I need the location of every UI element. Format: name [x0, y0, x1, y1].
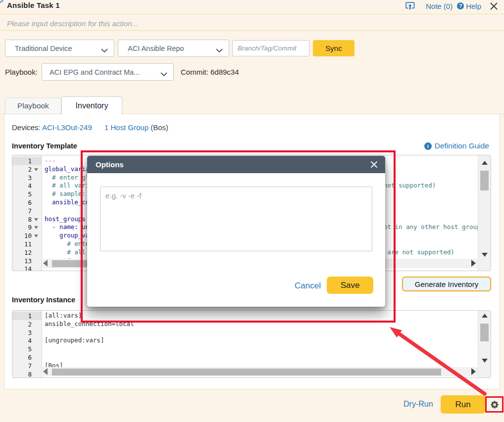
scrollbar-thumb[interactable]: [52, 369, 441, 375]
host-group-link[interactable]: 1 Host Group: [104, 123, 149, 132]
gutter-line: 7: [12, 207, 42, 215]
modal-header[interactable]: Options: [87, 156, 385, 173]
dry-run-link[interactable]: Dry-Run: [403, 400, 433, 409]
gutter-line: 1: [12, 312, 42, 320]
text-cursor: [82, 312, 83, 319]
inventory-template-title: Inventory Template: [12, 142, 77, 150]
repo-select[interactable]: ACI Ansible Repo: [118, 40, 229, 57]
gutter-line: 8: [12, 215, 42, 224]
scroll-down-icon[interactable]: [482, 253, 488, 257]
inventory-instance-title: Inventory Instance: [12, 296, 75, 304]
separator: [0, 30, 504, 31]
note-link[interactable]: Note (0): [426, 2, 453, 10]
gutter-line: 11: [12, 240, 42, 248]
gutter-line: 7: [12, 362, 42, 370]
scrollbar-thumb[interactable]: [480, 324, 489, 341]
code-line: ansible_connection=local: [45, 320, 134, 328]
separator: [0, 14, 504, 14]
playbook-select[interactable]: ACI EPG and Contract Ma...: [42, 63, 174, 81]
branch-input[interactable]: [232, 40, 309, 56]
fold-arrow-icon[interactable]: [34, 218, 38, 221]
gutter-line: 2: [12, 165, 42, 174]
help-icon: ?: [457, 2, 464, 9]
gutter-line: 5: [12, 190, 42, 198]
code-line: host_groups:: [45, 215, 89, 224]
chevron-down-icon: [101, 48, 108, 53]
scroll-left-icon[interactable]: [43, 368, 48, 375]
devices-label: Devices:: [12, 123, 41, 132]
playbook-label: Playbook:: [5, 68, 38, 76]
corner-decoration: [0, 0, 4, 3]
modal-close-icon[interactable]: [370, 161, 378, 168]
gutter-line: 3: [12, 328, 42, 337]
run-button[interactable]: Run: [441, 395, 485, 414]
close-icon[interactable]: [490, 2, 498, 10]
fold-arrow-icon[interactable]: [34, 226, 38, 229]
code-line: ---: [45, 157, 56, 165]
gutter-line: 8: [12, 370, 42, 378]
horizontal-scrollbar[interactable]: [43, 367, 478, 376]
save-button[interactable]: Save: [327, 277, 373, 294]
gutter-line: 4: [12, 336, 42, 345]
devices-row: Devices: ACI-L3Out-2491 Host Group (Bos): [12, 123, 168, 132]
device-type-select[interactable]: Traditional Device: [5, 40, 114, 57]
scroll-up-icon[interactable]: [482, 161, 488, 165]
playbook-value: ACI EPG and Contract Ma...: [42, 68, 140, 76]
cancel-button[interactable]: Cancel: [295, 281, 321, 291]
gutter-line: 6: [12, 198, 42, 207]
scroll-right-icon[interactable]: [471, 260, 476, 267]
inventory-instance-editor[interactable]: 12345678[all:vars]ansible_connection=loc…: [12, 310, 491, 378]
vertical-scrollbar[interactable]: [478, 311, 491, 377]
code-line: [ungrouped:vars]: [45, 336, 104, 345]
tab-label: Playbook: [17, 101, 49, 110]
device-type-value: Traditional Device: [5, 45, 72, 52]
help-link[interactable]: ?Help: [457, 2, 481, 10]
definition-guide-link[interactable]: iDefinition Guide: [424, 141, 489, 150]
gutter-line: 1: [12, 157, 42, 165]
editor-gutter: 12345678: [12, 311, 42, 377]
repo-value: ACI Ansible Repo: [118, 45, 184, 52]
generate-inventory-button[interactable]: Generate Inventory: [402, 277, 491, 291]
popout-icon[interactable]: [405, 2, 415, 10]
code-line: [all:vars]: [45, 312, 83, 320]
gutter-line: 12: [12, 248, 42, 257]
modal-title: Options: [96, 160, 124, 169]
fold-arrow-icon[interactable]: [34, 234, 38, 237]
options-modal: Options Cancel Save: [87, 156, 385, 307]
gutter-line: 3: [12, 174, 42, 182]
tab-playbook[interactable]: Playbook: [5, 97, 61, 114]
scrollbar-thumb[interactable]: [480, 171, 489, 190]
tab-inventory[interactable]: Inventory: [61, 96, 122, 115]
gutter-line: 6: [12, 353, 42, 362]
options-textarea[interactable]: [100, 187, 372, 251]
gutter-line: 10: [12, 232, 42, 240]
device-link[interactable]: ACI-L3Out-249: [42, 123, 92, 132]
host-group-suffix: (Bos): [151, 123, 168, 132]
sync-button[interactable]: Sync: [313, 40, 354, 56]
info-icon: i: [424, 142, 432, 150]
commit-text: Commit: 6d89c34: [181, 68, 239, 76]
window-title: Ansible Task 1: [7, 1, 60, 9]
scroll-left-icon[interactable]: [43, 260, 48, 267]
gutter-line: 14: [12, 265, 42, 271]
vertical-scrollbar[interactable]: [478, 155, 491, 271]
tab-label: Inventory: [76, 101, 108, 110]
gutter-line: 9: [12, 223, 42, 232]
definition-guide-label: Definition Guide: [435, 141, 489, 150]
chevron-down-icon: [216, 48, 223, 53]
description-placeholder[interactable]: Please input description for this action…: [7, 19, 138, 28]
scroll-right-icon[interactable]: [471, 368, 476, 375]
gutter-line: 13: [12, 257, 42, 265]
gutter-line: 5: [12, 345, 42, 353]
editor-gutter: 1234567891011121314: [12, 155, 42, 271]
help-label: Help: [466, 2, 481, 10]
gutter-line: 4: [12, 182, 42, 190]
header-toolbar: Note (0) ?Help: [405, 1, 498, 11]
fold-arrow-icon[interactable]: [34, 168, 38, 171]
scroll-down-icon[interactable]: [482, 359, 488, 363]
chevron-down-icon: [160, 72, 167, 77]
scroll-up-icon[interactable]: [482, 314, 488, 318]
ansible-task-dialog: { "window": { "title": "Ansible Task 1",…: [0, 0, 504, 422]
gear-annotation-box: [485, 396, 504, 413]
gutter-line: 2: [12, 320, 42, 328]
